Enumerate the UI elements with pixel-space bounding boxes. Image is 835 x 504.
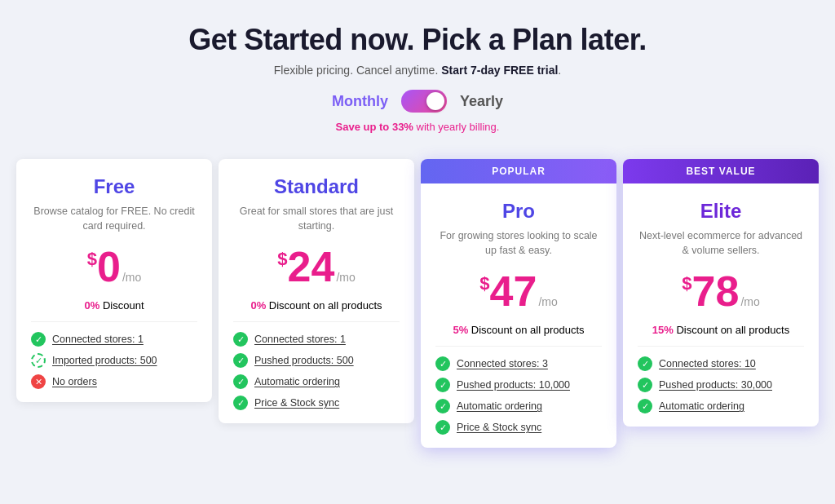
- feature-text[interactable]: Price & Stock sync: [457, 422, 541, 433]
- monthly-label: Monthly: [332, 93, 388, 110]
- feature-item: ✓ Connected stores: 1: [31, 332, 197, 347]
- price-amount-pro: 47: [490, 270, 537, 312]
- plan-name-pro: Pro: [435, 200, 602, 223]
- plan-card-free: Free Browse catalog for FREE. No credit …: [16, 159, 212, 402]
- feature-item: ✓ Connected stores: 10: [638, 356, 804, 371]
- feature-item: ✓ Automatic ordering: [638, 399, 804, 413]
- price-dollar-elite: $: [682, 273, 691, 294]
- feature-text[interactable]: Automatic ordering: [659, 400, 744, 412]
- feature-icon: ✓: [233, 396, 248, 410]
- price-mo-standard: /mo: [336, 271, 355, 284]
- discount-text-elite: Discount on all products: [674, 324, 789, 336]
- billing-toggle-row: Monthly Yearly: [16, 90, 819, 113]
- plan-card-elite: BEST VALUE Elite Next-level ecommerce fo…: [623, 159, 819, 427]
- price-amount-free: 0: [97, 245, 121, 288]
- plan-name-free: Free: [31, 175, 197, 198]
- feature-icon: ✓: [31, 332, 46, 347]
- feature-list-elite: ✓ Connected stores: 10 ✓ Pushed products…: [638, 356, 804, 413]
- price-dollar-standard: $: [277, 249, 287, 270]
- page-wrapper: Get Started now. Pick a Plan later. Flex…: [0, 0, 835, 504]
- plan-badge-elite: BEST VALUE: [623, 159, 819, 183]
- price-row-standard: $ 24 /mo: [233, 245, 400, 288]
- feature-icon: ✓: [31, 353, 46, 368]
- price-mo-free: /mo: [122, 271, 141, 284]
- feature-text[interactable]: Connected stores: 1: [254, 334, 346, 345]
- toggle-knob: [426, 92, 444, 110]
- feature-text[interactable]: Pushed products: 500: [254, 355, 354, 366]
- plan-body-pro: Pro For growing stores looking to scale …: [421, 183, 616, 448]
- feature-icon: ✓: [435, 378, 450, 392]
- discount-line-elite: 15% Discount on all products: [638, 324, 804, 347]
- plan-body-elite: Elite Next-level ecommerce for advanced …: [623, 183, 819, 427]
- discount-pct-elite: 15%: [652, 324, 674, 336]
- feature-icon: ✓: [638, 399, 652, 413]
- feature-item: ✓ Connected stores: 1: [233, 332, 400, 347]
- feature-item: ✓ Pushed products: 30,000: [638, 378, 804, 392]
- feature-text[interactable]: Pushed products: 10,000: [457, 379, 570, 391]
- price-mo-pro: /mo: [538, 295, 557, 308]
- discount-text-pro: Discount on all products: [468, 324, 584, 336]
- feature-item: ✓ Imported products: 500: [31, 353, 197, 368]
- feature-item: ✓ Pushed products: 500: [233, 353, 400, 368]
- price-mo-elite: /mo: [740, 295, 759, 308]
- feature-item: ✓ Price & Stock sync: [435, 420, 602, 435]
- discount-pct-pro: 5%: [453, 324, 468, 336]
- yearly-label: Yearly: [460, 93, 503, 110]
- feature-icon: ✓: [435, 356, 450, 371]
- feature-item: ✓ Pushed products: 10,000: [435, 378, 602, 392]
- plan-desc-free: Browse catalog for FREE. No credit card …: [31, 205, 197, 234]
- discount-line-standard: 0% Discount on all products: [233, 299, 400, 322]
- price-dollar-pro: $: [479, 273, 489, 294]
- feature-item: ✓ Automatic ordering: [233, 374, 400, 389]
- feature-icon: ✕: [31, 374, 46, 389]
- feature-text[interactable]: Automatic ordering: [457, 400, 542, 412]
- plan-name-elite: Elite: [638, 200, 804, 223]
- feature-icon: ✓: [233, 374, 248, 389]
- feature-icon: ✓: [638, 356, 652, 371]
- feature-text[interactable]: Pushed products: 30,000: [659, 379, 772, 391]
- plan-card-pro: POPULAR Pro For growing stores looking t…: [421, 159, 616, 448]
- feature-list-pro: ✓ Connected stores: 3 ✓ Pushed products:…: [435, 356, 602, 435]
- feature-text[interactable]: Imported products: 500: [52, 355, 157, 366]
- price-amount-standard: 24: [288, 245, 335, 288]
- discount-line-free: 0% Discount: [31, 299, 197, 322]
- price-row-elite: $ 78 /mo: [638, 270, 804, 312]
- billing-toggle[interactable]: [401, 90, 447, 113]
- feature-icon: ✓: [435, 420, 450, 435]
- feature-icon: ✓: [233, 353, 248, 368]
- plan-desc-elite: Next-level ecommerce for advanced & volu…: [638, 229, 804, 259]
- price-row-free: $ 0 /mo: [31, 245, 197, 288]
- price-amount-elite: 78: [692, 270, 740, 312]
- feature-list-free: ✓ Connected stores: 1 ✓ Imported product…: [31, 332, 197, 389]
- plan-card-standard: Standard Great for small stores that are…: [219, 159, 414, 423]
- plan-name-standard: Standard: [233, 175, 400, 198]
- plan-body-standard: Standard Great for small stores that are…: [219, 159, 414, 423]
- discount-text-free: Discount: [99, 299, 144, 312]
- feature-icon: ✓: [233, 332, 248, 347]
- plan-desc-pro: For growing stores looking to scale up f…: [435, 229, 602, 259]
- feature-item: ✓ Automatic ordering: [435, 399, 602, 413]
- price-dollar-free: $: [87, 249, 97, 270]
- plan-body-free: Free Browse catalog for FREE. No credit …: [16, 159, 212, 402]
- page-title: Get Started now. Pick a Plan later.: [16, 23, 819, 57]
- feature-text[interactable]: Connected stores: 3: [457, 358, 548, 369]
- save-text: Save up to 33% with yearly billing.: [16, 121, 819, 133]
- discount-pct-standard: 0%: [250, 299, 266, 312]
- plans-grid: Free Browse catalog for FREE. No credit …: [13, 159, 822, 448]
- plan-desc-standard: Great for small stores that are just sta…: [233, 205, 400, 234]
- feature-text[interactable]: Price & Stock sync: [254, 397, 339, 409]
- discount-pct-free: 0%: [85, 299, 100, 312]
- feature-text[interactable]: Connected stores: 1: [52, 334, 144, 345]
- feature-icon: ✓: [435, 399, 450, 413]
- feature-list-standard: ✓ Connected stores: 1 ✓ Pushed products:…: [233, 332, 400, 410]
- header-section: Get Started now. Pick a Plan later. Flex…: [16, 23, 819, 148]
- price-row-pro: $ 47 /mo: [435, 270, 602, 312]
- feature-text[interactable]: No orders: [52, 376, 97, 387]
- feature-item: ✓ Price & Stock sync: [233, 396, 400, 410]
- feature-text[interactable]: Connected stores: 10: [659, 358, 756, 369]
- plan-badge-pro: POPULAR: [421, 159, 616, 183]
- feature-item: ✕ No orders: [31, 374, 197, 389]
- feature-icon: ✓: [638, 378, 652, 392]
- feature-text[interactable]: Automatic ordering: [254, 376, 340, 387]
- discount-line-pro: 5% Discount on all products: [435, 324, 602, 347]
